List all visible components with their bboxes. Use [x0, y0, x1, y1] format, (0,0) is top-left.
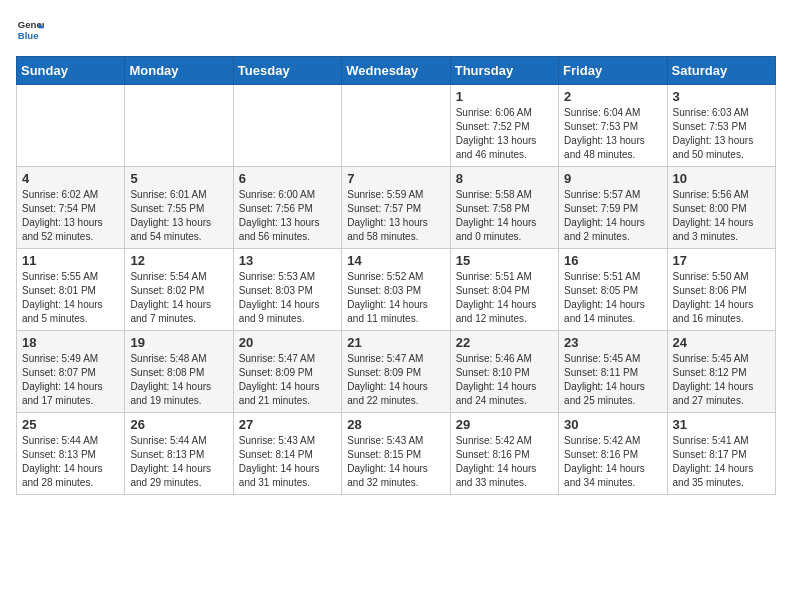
calendar-cell: 1Sunrise: 6:06 AM Sunset: 7:52 PM Daylig… [450, 85, 558, 167]
column-header-wednesday: Wednesday [342, 57, 450, 85]
day-info: Sunrise: 5:44 AM Sunset: 8:13 PM Dayligh… [22, 434, 119, 490]
calendar-cell [342, 85, 450, 167]
day-info: Sunrise: 5:55 AM Sunset: 8:01 PM Dayligh… [22, 270, 119, 326]
day-number: 30 [564, 417, 661, 432]
column-header-saturday: Saturday [667, 57, 775, 85]
day-info: Sunrise: 5:50 AM Sunset: 8:06 PM Dayligh… [673, 270, 770, 326]
day-info: Sunrise: 6:02 AM Sunset: 7:54 PM Dayligh… [22, 188, 119, 244]
column-header-sunday: Sunday [17, 57, 125, 85]
calendar-cell: 20Sunrise: 5:47 AM Sunset: 8:09 PM Dayli… [233, 331, 341, 413]
calendar-cell: 6Sunrise: 6:00 AM Sunset: 7:56 PM Daylig… [233, 167, 341, 249]
week-row-5: 25Sunrise: 5:44 AM Sunset: 8:13 PM Dayli… [17, 413, 776, 495]
day-info: Sunrise: 6:06 AM Sunset: 7:52 PM Dayligh… [456, 106, 553, 162]
calendar-cell: 30Sunrise: 5:42 AM Sunset: 8:16 PM Dayli… [559, 413, 667, 495]
day-number: 22 [456, 335, 553, 350]
calendar-cell: 5Sunrise: 6:01 AM Sunset: 7:55 PM Daylig… [125, 167, 233, 249]
day-number: 12 [130, 253, 227, 268]
day-number: 27 [239, 417, 336, 432]
day-number: 21 [347, 335, 444, 350]
calendar-cell: 13Sunrise: 5:53 AM Sunset: 8:03 PM Dayli… [233, 249, 341, 331]
calendar-cell: 17Sunrise: 5:50 AM Sunset: 8:06 PM Dayli… [667, 249, 775, 331]
day-number: 24 [673, 335, 770, 350]
day-number: 4 [22, 171, 119, 186]
page-header: General Blue [16, 16, 776, 44]
calendar-cell: 9Sunrise: 5:57 AM Sunset: 7:59 PM Daylig… [559, 167, 667, 249]
day-number: 6 [239, 171, 336, 186]
day-number: 2 [564, 89, 661, 104]
calendar-cell: 11Sunrise: 5:55 AM Sunset: 8:01 PM Dayli… [17, 249, 125, 331]
calendar-cell [125, 85, 233, 167]
day-info: Sunrise: 5:47 AM Sunset: 8:09 PM Dayligh… [347, 352, 444, 408]
column-header-thursday: Thursday [450, 57, 558, 85]
week-row-2: 4Sunrise: 6:02 AM Sunset: 7:54 PM Daylig… [17, 167, 776, 249]
day-info: Sunrise: 5:42 AM Sunset: 8:16 PM Dayligh… [456, 434, 553, 490]
day-number: 1 [456, 89, 553, 104]
calendar-cell: 3Sunrise: 6:03 AM Sunset: 7:53 PM Daylig… [667, 85, 775, 167]
calendar-cell: 28Sunrise: 5:43 AM Sunset: 8:15 PM Dayli… [342, 413, 450, 495]
day-number: 25 [22, 417, 119, 432]
day-info: Sunrise: 5:43 AM Sunset: 8:14 PM Dayligh… [239, 434, 336, 490]
day-number: 11 [22, 253, 119, 268]
calendar-cell: 29Sunrise: 5:42 AM Sunset: 8:16 PM Dayli… [450, 413, 558, 495]
day-number: 9 [564, 171, 661, 186]
day-number: 17 [673, 253, 770, 268]
day-number: 10 [673, 171, 770, 186]
calendar-header-row: SundayMondayTuesdayWednesdayThursdayFrid… [17, 57, 776, 85]
calendar-cell: 15Sunrise: 5:51 AM Sunset: 8:04 PM Dayli… [450, 249, 558, 331]
column-header-friday: Friday [559, 57, 667, 85]
day-number: 16 [564, 253, 661, 268]
day-number: 31 [673, 417, 770, 432]
svg-text:Blue: Blue [18, 30, 39, 41]
calendar-cell: 23Sunrise: 5:45 AM Sunset: 8:11 PM Dayli… [559, 331, 667, 413]
week-row-3: 11Sunrise: 5:55 AM Sunset: 8:01 PM Dayli… [17, 249, 776, 331]
day-info: Sunrise: 5:56 AM Sunset: 8:00 PM Dayligh… [673, 188, 770, 244]
day-info: Sunrise: 5:52 AM Sunset: 8:03 PM Dayligh… [347, 270, 444, 326]
week-row-4: 18Sunrise: 5:49 AM Sunset: 8:07 PM Dayli… [17, 331, 776, 413]
calendar-cell [17, 85, 125, 167]
calendar-cell: 24Sunrise: 5:45 AM Sunset: 8:12 PM Dayli… [667, 331, 775, 413]
calendar-cell: 7Sunrise: 5:59 AM Sunset: 7:57 PM Daylig… [342, 167, 450, 249]
day-info: Sunrise: 6:01 AM Sunset: 7:55 PM Dayligh… [130, 188, 227, 244]
day-info: Sunrise: 5:57 AM Sunset: 7:59 PM Dayligh… [564, 188, 661, 244]
week-row-1: 1Sunrise: 6:06 AM Sunset: 7:52 PM Daylig… [17, 85, 776, 167]
day-info: Sunrise: 5:41 AM Sunset: 8:17 PM Dayligh… [673, 434, 770, 490]
calendar-cell: 31Sunrise: 5:41 AM Sunset: 8:17 PM Dayli… [667, 413, 775, 495]
day-info: Sunrise: 5:45 AM Sunset: 8:11 PM Dayligh… [564, 352, 661, 408]
day-number: 20 [239, 335, 336, 350]
day-info: Sunrise: 5:49 AM Sunset: 8:07 PM Dayligh… [22, 352, 119, 408]
calendar-cell: 4Sunrise: 6:02 AM Sunset: 7:54 PM Daylig… [17, 167, 125, 249]
calendar-cell: 18Sunrise: 5:49 AM Sunset: 8:07 PM Dayli… [17, 331, 125, 413]
calendar-cell: 21Sunrise: 5:47 AM Sunset: 8:09 PM Dayli… [342, 331, 450, 413]
calendar-cell: 12Sunrise: 5:54 AM Sunset: 8:02 PM Dayli… [125, 249, 233, 331]
calendar-cell [233, 85, 341, 167]
day-number: 3 [673, 89, 770, 104]
day-number: 13 [239, 253, 336, 268]
calendar-cell: 16Sunrise: 5:51 AM Sunset: 8:05 PM Dayli… [559, 249, 667, 331]
column-header-tuesday: Tuesday [233, 57, 341, 85]
logo-icon: General Blue [16, 16, 44, 44]
day-info: Sunrise: 5:48 AM Sunset: 8:08 PM Dayligh… [130, 352, 227, 408]
calendar-cell: 2Sunrise: 6:04 AM Sunset: 7:53 PM Daylig… [559, 85, 667, 167]
day-info: Sunrise: 6:04 AM Sunset: 7:53 PM Dayligh… [564, 106, 661, 162]
calendar-cell: 19Sunrise: 5:48 AM Sunset: 8:08 PM Dayli… [125, 331, 233, 413]
calendar-cell: 10Sunrise: 5:56 AM Sunset: 8:00 PM Dayli… [667, 167, 775, 249]
day-number: 19 [130, 335, 227, 350]
day-info: Sunrise: 5:51 AM Sunset: 8:05 PM Dayligh… [564, 270, 661, 326]
calendar-cell: 22Sunrise: 5:46 AM Sunset: 8:10 PM Dayli… [450, 331, 558, 413]
column-header-monday: Monday [125, 57, 233, 85]
day-info: Sunrise: 5:43 AM Sunset: 8:15 PM Dayligh… [347, 434, 444, 490]
day-info: Sunrise: 5:53 AM Sunset: 8:03 PM Dayligh… [239, 270, 336, 326]
calendar-cell: 14Sunrise: 5:52 AM Sunset: 8:03 PM Dayli… [342, 249, 450, 331]
calendar-cell: 26Sunrise: 5:44 AM Sunset: 8:13 PM Dayli… [125, 413, 233, 495]
day-info: Sunrise: 5:59 AM Sunset: 7:57 PM Dayligh… [347, 188, 444, 244]
day-number: 29 [456, 417, 553, 432]
day-number: 26 [130, 417, 227, 432]
day-info: Sunrise: 6:00 AM Sunset: 7:56 PM Dayligh… [239, 188, 336, 244]
day-number: 18 [22, 335, 119, 350]
day-number: 5 [130, 171, 227, 186]
day-number: 28 [347, 417, 444, 432]
logo: General Blue [16, 16, 44, 44]
day-info: Sunrise: 5:54 AM Sunset: 8:02 PM Dayligh… [130, 270, 227, 326]
calendar-cell: 27Sunrise: 5:43 AM Sunset: 8:14 PM Dayli… [233, 413, 341, 495]
calendar-table: SundayMondayTuesdayWednesdayThursdayFrid… [16, 56, 776, 495]
